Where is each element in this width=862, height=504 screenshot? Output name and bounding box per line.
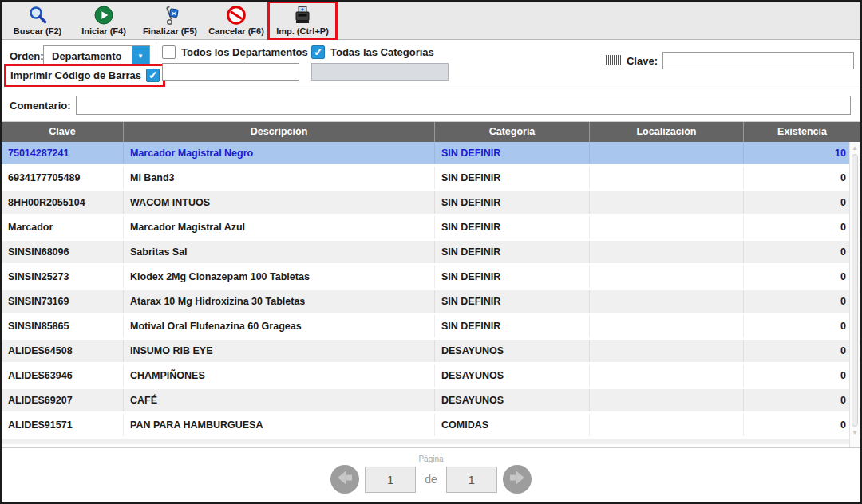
cell-existencia: 0 — [744, 414, 860, 436]
table-row[interactable]: ALIDES63946 CHAMPIÑONES DESAYUNOS 0 — [2, 364, 860, 387]
table-row[interactable]: 8HH00R2055104 WACOM INTUOS SIN DEFINIR 0 — [2, 191, 860, 214]
play-icon — [93, 5, 114, 26]
table-row[interactable]: SINSIN25273 Klodex 2Mg Clonazepam 100 Ta… — [2, 266, 860, 288]
finalizar-button[interactable]: Finalizar (F5) — [137, 3, 203, 38]
de-label: de — [421, 473, 441, 486]
prev-page-button[interactable] — [330, 465, 359, 494]
todos-departamentos-row: Todos los Departamentos — [162, 45, 308, 59]
cell-localizacion — [590, 167, 744, 189]
cancelar-button[interactable]: Cancelar (F6) — [204, 3, 269, 38]
vertical-scrollbar[interactable]: ▲ ▼ — [849, 142, 860, 447]
cell-localizacion — [590, 315, 744, 337]
table-row[interactable]: ALIDES69207 CAFÉ DESAYUNOS 0 — [2, 389, 860, 411]
cell-clave: 75014287241 — [2, 142, 124, 164]
search-icon — [27, 5, 48, 26]
scroll-down-icon[interactable]: ▼ — [850, 428, 860, 438]
cell-localizacion — [590, 241, 744, 263]
cell-existencia: 0 — [744, 290, 860, 313]
toolbar-button-label: Buscar (F2) — [14, 26, 62, 36]
cell-descripcion: Motival Oral Flufenazina 60 Grageas — [124, 315, 435, 337]
cell-existencia: 0 — [744, 167, 860, 189]
cell-clave: 8HH00R2055104 — [2, 191, 124, 214]
arrow-left-icon — [330, 463, 359, 495]
table-row[interactable]: SINSIN68096 Sabritas Sal SIN DEFINIR 0 — [2, 241, 860, 263]
printer-icon — [292, 5, 313, 26]
table-row[interactable]: ALIDES91571 PAN PARA HAMBURGUESA COMIDAS… — [2, 414, 860, 436]
cell-descripcion: Sabritas Sal — [124, 241, 435, 263]
table-row[interactable]: Marcador Marcador Magistral Azul SIN DEF… — [2, 216, 860, 238]
toolbar: Buscar (F2) Iniciar (F4) Finalizar (F5) … — [2, 2, 860, 40]
cell-existencia: 0 — [744, 340, 860, 362]
cell-localizacion — [590, 364, 744, 387]
toolbar-button-label: Iniciar (F4) — [81, 26, 126, 36]
cell-existencia: 10 — [744, 142, 860, 164]
cell-clave: SINSIN25273 — [2, 266, 124, 288]
table-row[interactable]: 75014287241 Marcador Magistral Negro SIN… — [2, 142, 860, 164]
departamento-input[interactable] — [162, 63, 299, 81]
cell-categoria: SIN DEFINIR — [435, 266, 590, 288]
table-row[interactable]: SINSIN85865 Motival Oral Flufenazina 60 … — [2, 315, 860, 337]
cell-clave: ALIDES63946 — [2, 364, 124, 387]
column-header-descripcion[interactable]: Descripción — [124, 122, 435, 142]
iniciar-button[interactable]: Iniciar (F4) — [71, 3, 136, 38]
todas-categorias-checkbox[interactable] — [311, 45, 325, 59]
cell-categoria: SIN DEFINIR — [435, 191, 590, 214]
cell-localizacion — [590, 216, 744, 238]
todos-departamentos-checkbox[interactable] — [162, 45, 176, 59]
column-header-localizacion[interactable]: Localización — [590, 122, 744, 142]
cell-existencia: 0 — [744, 389, 860, 411]
cell-existencia: 0 — [744, 315, 860, 337]
scrollbar-thumb[interactable] — [852, 154, 858, 427]
toolbar-button-label: Cancelar (F6) — [208, 26, 264, 36]
next-page-button[interactable] — [503, 465, 532, 494]
imprimir-codigo-highlight: Imprimir Código de Barras — [4, 64, 165, 87]
table-row[interactable]: SINSIN73169 Atarax 10 Mg Hidroxizina 30 … — [2, 290, 860, 313]
cell-descripcion: Atarax 10 Mg Hidroxizina 30 Tabletas — [124, 290, 435, 313]
cell-existencia: 0 — [744, 191, 860, 214]
table-row[interactable]: ALIDES64508 INSUMO RIB EYE DESAYUNOS 0 — [2, 340, 860, 362]
cell-clave: SINSIN85865 — [2, 315, 124, 337]
products-table: Clave Descripción Categoría Localización… — [2, 122, 860, 447]
cell-clave: ALIDES91571 — [2, 414, 124, 436]
total-pages-input[interactable] — [446, 467, 497, 493]
cell-clave: ALIDES69207 — [2, 389, 124, 411]
imprimir-codigo-label: Imprimir Código de Barras — [10, 69, 141, 81]
table-row[interactable]: 6934177705489 Mi Band3 SIN DEFINIR 0 — [2, 167, 860, 189]
column-header-existencia[interactable]: Existencia — [744, 122, 860, 142]
column-header-categoria[interactable]: Categoría — [435, 122, 590, 142]
comment-row: Comentario: — [2, 89, 860, 122]
buscar-button[interactable]: Buscar (F2) — [5, 3, 70, 38]
cell-descripcion: CHAMPIÑONES — [124, 364, 435, 387]
orden-dropdown-button[interactable]: ▼ — [132, 46, 149, 65]
categoria-input — [311, 63, 449, 81]
comentario-input[interactable] — [76, 96, 851, 115]
cell-localizacion — [590, 290, 744, 313]
cell-categoria: SIN DEFINIR — [435, 241, 590, 263]
cell-clave: Marcador — [2, 216, 124, 238]
cell-categoria: SIN DEFINIR — [435, 167, 590, 189]
pagina-label: Página — [2, 455, 860, 463]
column-header-clave[interactable]: Clave — [2, 122, 124, 142]
cell-descripcion: Klodex 2Mg Clonazepam 100 Tabletas — [124, 266, 435, 288]
cell-descripcion: INSUMO RIB EYE — [124, 340, 435, 362]
clave-group: Clave: — [606, 52, 854, 69]
cell-descripcion: Marcador Magistral Negro — [124, 142, 435, 164]
handtruck-icon — [160, 5, 180, 26]
imprimir-codigo-checkbox[interactable] — [146, 69, 160, 82]
cell-clave: SINSIN73169 — [2, 290, 124, 313]
current-page-input[interactable] — [365, 467, 416, 493]
todas-categorias-label: Todas las Categorías — [330, 46, 434, 58]
cell-descripcion: Mi Band3 — [124, 167, 435, 189]
cell-localizacion — [590, 142, 744, 164]
cell-existencia: 0 — [744, 266, 860, 288]
clave-label: Clave: — [627, 55, 658, 67]
scroll-up-icon[interactable]: ▲ — [850, 144, 860, 153]
clave-input[interactable] — [662, 52, 854, 69]
imprimir-button[interactable]: Imp. (Ctrl+P) — [270, 3, 335, 38]
cell-categoria: SIN DEFINIR — [435, 290, 590, 313]
barcode-icon — [606, 53, 622, 68]
cell-descripcion: WACOM INTUOS — [124, 191, 435, 214]
partial-table-row — [2, 439, 860, 444]
cell-categoria: SIN DEFINIR — [435, 216, 590, 238]
cell-descripcion: PAN PARA HAMBURGUESA — [124, 414, 435, 436]
